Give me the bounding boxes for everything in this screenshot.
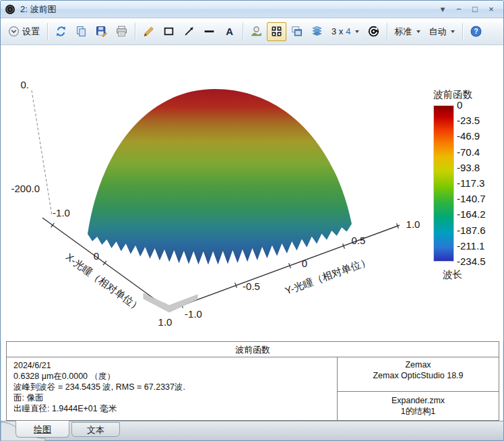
file-info: Expander.zmx 1的结构1 [338, 392, 499, 420]
caret-down-icon [451, 30, 455, 33]
colorbar-tick: -234.5 [457, 256, 486, 267]
annotate-rectangle-button[interactable] [159, 22, 179, 41]
svg-text:?: ? [474, 27, 478, 35]
x-tick-neg1: -1.0 [53, 207, 70, 218]
close-icon[interactable]: × [483, 1, 499, 18]
vendor-product: Zemax OpticStudio 18.9 [338, 370, 499, 381]
info-line: 波峰到波谷 = 234.5435 波, RMS = 67.2337波. [13, 382, 337, 392]
save-icon [96, 26, 107, 37]
rotate-button[interactable] [364, 22, 383, 41]
y-tick-0: 0 [302, 258, 307, 269]
standard-label: 标准 [395, 26, 412, 38]
layers-button[interactable] [307, 22, 327, 41]
colorbar-tick: -187.6 [457, 225, 486, 236]
separator [387, 23, 387, 40]
settings-label: 设置 [22, 26, 40, 38]
layers-icon [311, 26, 323, 37]
file-name: Expander.zmx [338, 395, 499, 406]
copy-button[interactable] [71, 22, 91, 41]
z-tick-0: 0. [20, 79, 29, 90]
svg-text:A: A [226, 26, 233, 37]
x-tick-1: 1.0 [158, 316, 172, 328]
y-axis-label: Y-光瞳（相对单位） [283, 255, 371, 297]
tab-text[interactable]: 文本 [71, 422, 120, 437]
annotate-text-button[interactable]: A [220, 22, 239, 41]
colorbar-tick: -117.3 [457, 178, 484, 189]
annotate-pencil-button[interactable] [139, 22, 158, 41]
window-icon [5, 4, 15, 15]
z-tick-200: -200.0 [11, 183, 40, 194]
pencil-icon [143, 26, 154, 37]
y-tick-neg1: -1.0 [185, 308, 202, 320]
colorbar-gradient [433, 105, 454, 262]
auto-dropdown[interactable]: 自动 [425, 22, 459, 41]
refresh-button[interactable] [51, 22, 71, 41]
minimize-icon[interactable]: − [451, 1, 467, 18]
colorbar-tick: -23.5 [457, 115, 480, 126]
separator [47, 23, 48, 40]
vendor-info: Zemax Zemax OpticStudio 18.9 [338, 357, 499, 392]
auto-label: 自动 [429, 26, 447, 38]
cascade-windows-button[interactable] [287, 22, 307, 41]
info-line: 面: 像面 [13, 392, 337, 403]
grid-size-value: 4 [346, 26, 350, 36]
help-button[interactable]: ? [466, 22, 486, 41]
analysis-summary: 2024/6/21 0.6328 μm在0.0000 （度） 波峰到波谷 = 2… [7, 357, 337, 420]
line-icon [203, 26, 215, 37]
colorbar-tick: -93.8 [457, 163, 480, 173]
refresh-icon [55, 26, 67, 37]
image-preview-icon [251, 26, 262, 37]
fit-window-icon [271, 26, 282, 37]
window-menu-icon[interactable]: ▾ [435, 1, 451, 18]
colorbar-tick: -70.4 [457, 147, 480, 158]
maximize-icon[interactable]: □ [467, 1, 483, 18]
grid-size-prefix: 3 x [332, 26, 343, 36]
caret-down-icon [416, 30, 420, 33]
title-bar: 2: 波前图 ▾ − □ × [1, 1, 503, 18]
caret-down-icon [355, 30, 359, 33]
settings-button[interactable]: 设置 [4, 22, 44, 41]
tab-plot[interactable]: 绘图 [15, 421, 69, 438]
toolbar: 设置 [1, 18, 503, 45]
save-button[interactable] [92, 22, 111, 41]
info-line: 出瞳直径: 1.9444E+01 毫米 [13, 403, 337, 414]
tab-bar: 绘图 文本 [1, 421, 503, 440]
copy-icon [75, 26, 87, 37]
arrow-icon [183, 26, 195, 37]
tab-text-label: 文本 [87, 425, 104, 435]
colorbar-legend: 波前函数 0 -23.5 -46.9 -70.4 -93.8 -117.3 -1… [425, 88, 503, 281]
grid-size-dropdown[interactable]: 3 x 4 [327, 22, 363, 41]
info-line: 2024/6/21 [13, 360, 337, 371]
colorbar-tick: -140.7 [457, 194, 486, 204]
wavefront-surface [88, 89, 352, 265]
cascade-windows-icon [291, 26, 303, 37]
info-panel-title: 波前函数 [7, 342, 499, 357]
z-axis-line [32, 90, 52, 215]
configuration: 1的结构1 [338, 406, 499, 417]
image-preview-button[interactable] [247, 22, 266, 41]
tab-plot-label: 绘图 [34, 424, 51, 434]
colorbar-tick: -211.1 [457, 241, 484, 252]
y-tick-1: 1.0 [406, 218, 420, 230]
rectangle-icon [163, 26, 175, 37]
separator [135, 23, 135, 40]
help-icon: ? [470, 26, 482, 37]
window-title: 2: 波前图 [20, 3, 56, 16]
annotate-line-button[interactable] [199, 22, 219, 41]
text-icon: A [224, 26, 235, 37]
colorbar-tick: 0 [457, 100, 462, 111]
fit-window-button[interactable] [267, 22, 286, 41]
y-tick-neg05: -0.5 [243, 281, 260, 292]
colorbar-tick: -164.2 [457, 209, 486, 220]
x-tick-0: 0 [94, 250, 99, 262]
plot-area: 0. -200.0 -1.0 0 1.0 X-光瞳（相对单位） -1.0 -0.… [1, 45, 503, 341]
vendor-name: Zemax [338, 359, 499, 370]
standard-dropdown[interactable]: 标准 [391, 22, 424, 41]
chevron-down-circle-icon [8, 26, 20, 37]
y-tick-05: 0.5 [352, 235, 366, 246]
separator [462, 23, 463, 40]
print-icon [116, 26, 127, 37]
print-button[interactable] [112, 22, 131, 41]
info-line: 0.6328 μm在0.0000 （度） [13, 371, 337, 382]
annotate-arrow-button[interactable] [179, 22, 199, 41]
